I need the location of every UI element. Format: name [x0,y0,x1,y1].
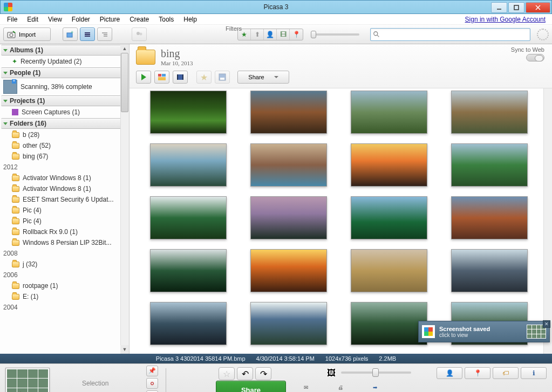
svg-point-5 [10,33,13,37]
screenshot-toast[interactable]: Screenshot saved click to view ✕ [418,321,550,342]
maximize-button[interactable] [508,2,524,13]
list-view-button[interactable] [80,27,95,41]
filter-upload-button[interactable]: ⬆ [251,29,264,40]
import-button[interactable]: Import [3,27,51,41]
menu-tools[interactable]: Tools [154,15,179,24]
sign-in-link[interactable]: Sign in with Google Account [465,16,550,23]
star-button[interactable]: ☆ [219,367,235,380]
slider-knob[interactable] [372,368,379,377]
thumbnail[interactable] [451,91,528,134]
sidebar-folder[interactable]: ESET Smart Security 6 Updat... [0,194,129,205]
menu-create[interactable]: Create [125,15,154,24]
thumbnail[interactable] [250,91,327,134]
movie-button[interactable] [173,71,188,84]
add-button[interactable]: ▥ [146,390,158,393]
tag-places-button[interactable]: 📍 [465,367,490,379]
thumbnail[interactable] [250,249,327,292]
sidebar-item-scanning[interactable]: Scanning, 38% complete [0,79,129,95]
tree-view-button[interactable] [97,27,112,41]
menu-file[interactable]: File [2,15,22,24]
share-button[interactable]: Share [216,381,286,392]
thumbnail[interactable] [150,302,227,345]
share-dropdown[interactable]: Share [237,71,289,84]
filter-face-button[interactable]: 👤 [264,29,277,40]
thumbnail[interactable] [451,143,528,187]
clear-button[interactable]: ⭘ [146,378,158,389]
search-input[interactable] [370,28,530,41]
toolbar: Import + ★ ⬆ 👤 🎞 📍 [0,25,552,44]
thumbnail[interactable] [250,302,327,345]
tag-tags-button[interactable]: 🏷 [493,367,519,379]
sidebar-folder[interactable]: Rollback Rx 9.0 (1) [0,226,129,237]
export-button[interactable]: ➡Export [360,382,390,392]
minimize-button[interactable] [491,2,507,13]
thumbnail[interactable] [150,249,227,292]
thumbnail[interactable] [351,196,427,239]
scroll-up-icon[interactable]: ▲ [120,44,129,53]
sidebar-folder[interactable]: rootpage (1) [0,280,129,291]
info-button[interactable]: ℹ [521,367,547,379]
photo-tray[interactable] [5,368,50,393]
app-icon [4,3,12,11]
close-button[interactable] [526,2,550,13]
thumbnail[interactable] [250,143,327,187]
save-button[interactable] [215,71,230,84]
thumbnail[interactable] [451,249,528,292]
sync-toggle[interactable] [526,54,544,61]
thumbnail[interactable] [250,196,327,239]
loading-spinner-icon [537,29,549,40]
filter-geo-button[interactable]: 📍 [290,29,303,40]
sidebar-folder-bing[interactable]: bing (67) [0,151,129,162]
people-header[interactable]: People (1) [1,67,121,78]
rotate-left-button[interactable]: ↶ [237,367,253,380]
tag-people-button[interactable]: 👤 [437,367,462,379]
filters-label: Filters [226,25,242,32]
hold-button[interactable]: 📌 [146,366,158,376]
collage-button[interactable] [154,71,169,84]
thumbnail[interactable] [351,143,427,187]
sidebar-folder[interactable]: Activator Windows 8 (1) [0,183,129,194]
star-button[interactable]: ★ [196,71,212,84]
print-button[interactable]: 🖨Print [326,382,355,392]
thumbnail[interactable] [150,196,227,239]
filter-slider[interactable] [311,33,359,36]
menu-view[interactable]: View [43,15,67,24]
slideshow-button[interactable] [136,71,151,84]
scroll-down-icon[interactable]: ▼ [120,345,129,354]
sidebar-item-recently-updated[interactable]: ✦Recently Updated (2) [0,56,129,67]
grid-scrollbar[interactable] [543,88,552,354]
sidebar-folder[interactable]: Pic (4) [0,205,129,216]
albums-header[interactable]: Albums (1) [1,45,121,56]
projects-header[interactable]: Projects (1) [1,95,121,106]
menu-edit[interactable]: Edit [22,15,43,24]
folders-header[interactable]: Folders (16) [1,118,121,129]
sidebar-folder[interactable]: Windows 8 Persian LIP 32Bit... [0,237,129,248]
sidebar-scrollbar[interactable]: ▲ ▼ [120,44,129,354]
thumbnail[interactable] [150,91,227,134]
sidebar-folder[interactable]: j (32) [0,259,129,270]
people-button[interactable] [132,27,147,41]
thumbnail[interactable] [351,302,427,345]
thumbnail-size-slider[interactable] [341,372,411,374]
scroll-thumb[interactable] [121,53,128,112]
toast-close-button[interactable]: ✕ [543,320,550,328]
thumbnail[interactable] [150,143,227,187]
thumbnail[interactable] [451,196,528,239]
slider-knob[interactable] [311,31,316,38]
filter-movie-button[interactable]: 🎞 [277,29,290,40]
menu-folder[interactable]: Folder [67,15,95,24]
email-button[interactable]: ✉Email [291,382,321,392]
new-album-button[interactable]: + [63,27,78,41]
thumbnail[interactable] [351,91,427,134]
sidebar-folder[interactable]: Pic (4) [0,216,129,226]
sidebar-folder-other[interactable]: other (52) [0,140,129,151]
menu-help[interactable]: Help [179,15,202,24]
rotate-right-button[interactable]: ↷ [255,367,271,380]
sidebar-folder[interactable]: E: (1) [0,291,129,302]
menu-picture[interactable]: Picture [95,15,125,24]
sidebar-item-screen-captures[interactable]: Screen Captures (1) [0,107,129,118]
sidebar-folder-b[interactable]: b (28) [0,129,129,140]
avatar-icon [3,80,17,94]
sidebar-folder[interactable]: Activator Windows 8 (1) [0,173,129,183]
thumbnail[interactable] [351,249,427,292]
